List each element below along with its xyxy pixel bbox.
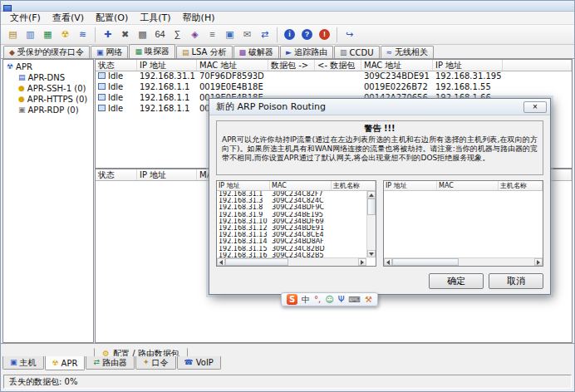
mac-scanner-icon[interactable]: ▩ [134, 26, 151, 43]
base64-decoder-icon[interactable]: 64 [151, 26, 169, 43]
column-header-mac[interactable]: MAC [437, 181, 499, 190]
ime-keyboard-icon[interactable]: ⌨ [349, 295, 361, 305]
horizontal-scrollbar[interactable] [384, 257, 543, 266]
vertical-scrollbar[interactable] [366, 191, 376, 257]
column-header-ip[interactable]: IP 地址 [137, 60, 197, 71]
target-host-row[interactable]: 192.168.31.3 309C234C824C [217, 198, 366, 204]
alert-icon[interactable]: ! [316, 26, 333, 43]
tab-cracker[interactable]: ▩ 破解器 [233, 46, 280, 58]
cancel-button[interactable]: 取消 [489, 273, 543, 289]
menu-item[interactable]: 帮助(H) [177, 11, 221, 25]
menu-item[interactable]: 配置(O) [90, 11, 134, 25]
column-header-packets-out[interactable]: 数据包 -> [268, 60, 315, 71]
menu-item[interactable]: 查看(V) [47, 11, 90, 25]
scroll-left-icon[interactable] [384, 258, 392, 266]
nic-sniffer-toggle-icon[interactable]: ▦ [39, 26, 57, 43]
dialog-titlebar[interactable]: 新的 ARP Poison Routing × [209, 99, 550, 115]
new-arp-poison-routing-dialog: 新的 ARP Poison Routing × 警告 !!! APR可以允许你劫… [209, 98, 551, 295]
wordlist-icon[interactable]: ≡ [204, 26, 221, 43]
target-host-row[interactable]: 192.168.31.15 309C234C82BD [217, 246, 366, 252]
tab-hosts[interactable]: ▣ 主机 [2, 356, 44, 370]
column-header-ip[interactable]: IP 地址 [137, 169, 197, 180]
traceroute-icon: ► [286, 49, 292, 56]
view-tab-label: LSA 分析 [191, 47, 226, 58]
tree-item-apr-dns[interactable]: ▤ APR-DNS [3, 72, 93, 83]
hash-calculator-icon[interactable]: ∑ [169, 26, 186, 43]
scroll-up-icon[interactable] [367, 191, 376, 198]
apr-route-row[interactable]: Idle 192.168.1.1 0019E0E4B18E 0019E0226B… [96, 82, 572, 93]
mac-value: 309C234C824C [270, 198, 332, 204]
scroll-right-icon[interactable] [358, 258, 366, 266]
tree-item-apr-ssh[interactable]: ● APR-SSH-1 (0) [3, 83, 93, 94]
target-host-row[interactable]: 192.168.31.14 309C234BD8AF [217, 238, 366, 245]
column-header-hostname[interactable]: 主机名称 [332, 181, 376, 190]
tab-routing[interactable]: ⇄ 路由器 [86, 356, 135, 370]
info-icon[interactable]: i [281, 26, 298, 43]
column-header-status[interactable]: 状态 [96, 169, 137, 180]
scrollbar-thumb[interactable] [392, 258, 459, 266]
box-revealer-icon[interactable]: ▣ [221, 26, 238, 43]
ime-emoji-icon[interactable]: ☺ [325, 295, 333, 305]
menu-item[interactable]: 文件(F) [4, 11, 47, 25]
remove-icon[interactable]: ✖ [116, 26, 134, 43]
target-host-row[interactable]: 192.168.31.12 309C234BDE91 [217, 225, 366, 232]
scroll-right-icon[interactable] [534, 258, 543, 266]
ok-button[interactable]: 确定 [429, 273, 484, 289]
scroll-down-icon[interactable] [367, 250, 376, 257]
tab-passwords[interactable]: ✦ 口令 [135, 356, 176, 370]
tree-item-apr-https[interactable]: ● APR-HTTPS (0) [3, 94, 93, 105]
target-host-row[interactable]: 192.168.31.10 309C234BDF69 [217, 218, 366, 225]
tab-apr[interactable]: ☢ APR [45, 356, 86, 370]
scrollbar-thumb[interactable] [225, 258, 288, 266]
column-header-ip[interactable]: IP 地址 [217, 181, 270, 190]
mail-icon[interactable]: ✉ [238, 26, 256, 43]
column-header-mac[interactable]: MAC 地址 [197, 60, 268, 71]
target-host-row[interactable]: 192.168.31.8 309C234BDF9C [217, 204, 366, 211]
tab-lsa[interactable]: ▤ LSA 分析 [176, 46, 233, 58]
tab-ccdu[interactable]: ▥ CCDU [334, 46, 380, 58]
close-icon[interactable]: × [523, 101, 547, 113]
wifi-scan-icon[interactable]: ≋ [74, 26, 91, 43]
open-file-icon[interactable]: ▤ [4, 26, 22, 43]
save-icon[interactable]: ▥ [22, 26, 39, 43]
column-header-ip2[interactable]: IP 地址 [433, 60, 503, 71]
tab-network[interactable]: ▣ 网络 [91, 46, 129, 58]
ime-punctuation-icon[interactable]: °, [314, 295, 321, 305]
route-table-icon[interactable]: ⇄ [256, 26, 273, 43]
column-header-packets-in[interactable]: <- 数据包 [315, 60, 361, 71]
apr-route-row[interactable]: Idle 192.168.31.1 70F96DF8593D 309C234BD… [96, 71, 572, 82]
sogou-logo-icon[interactable]: S [287, 294, 297, 305]
rsa-token-icon[interactable]: ◈ [186, 26, 204, 43]
tab-voip[interactable]: ☎ VoIP [177, 356, 221, 370]
target-host-row[interactable]: 192.168.31.1 309C234C82F7 [217, 191, 366, 198]
scrollbar-thumb[interactable] [367, 198, 376, 215]
ime-mic-icon[interactable]: Ψ [338, 295, 345, 305]
scrollbar-track[interactable] [367, 215, 376, 250]
ime-toolbar[interactable]: S 中°,☺Ψ⌨⚒ [281, 292, 378, 306]
mac-value: 309C234C8CE4 [270, 232, 332, 238]
ime-toolbox-icon[interactable]: ⚒ [365, 295, 372, 305]
scrollbar-track[interactable] [288, 258, 358, 266]
ime-chinese-mode-icon[interactable]: 中 [302, 295, 310, 305]
target-host-row[interactable]: 192.168.31.13 309C234C8CE4 [217, 232, 366, 238]
column-header-mac[interactable]: MAC [270, 181, 332, 190]
column-header-hostname[interactable]: 主机名称 [499, 181, 543, 190]
target-host-row[interactable]: 192.168.31.9 309C234BE195 [217, 212, 366, 218]
menu-item[interactable]: 工具(T) [134, 11, 176, 25]
add-to-list-icon[interactable]: ✚ [99, 26, 116, 43]
tab-protected-storage[interactable]: ◆ 受保护的缓存口令 [3, 46, 90, 58]
tree-item-apr-rdp[interactable]: ▣ APR-RDP (0) [3, 105, 93, 115]
column-header-ip[interactable]: IP 地址 [384, 181, 437, 190]
column-header-mac2[interactable]: MAC 地址 [361, 60, 433, 71]
tab-wireless[interactable]: ≈ 无线相关 [381, 46, 435, 58]
help-icon[interactable]: ? [298, 26, 316, 43]
horizontal-scrollbar[interactable] [217, 257, 366, 266]
tab-sniffer[interactable]: ▦ 嗅探器 [129, 44, 175, 58]
column-header-status[interactable]: 状态 [96, 60, 137, 71]
scrollbar-track[interactable] [459, 258, 534, 266]
exit-icon[interactable]: ↪ [341, 26, 358, 43]
apr-toggle-icon[interactable]: ☢ [57, 26, 74, 43]
tree-item-apr[interactable]: ☢ APR [3, 61, 93, 72]
tab-traceroute[interactable]: ► 追踪路由 [280, 46, 333, 58]
scroll-left-icon[interactable] [217, 258, 225, 266]
